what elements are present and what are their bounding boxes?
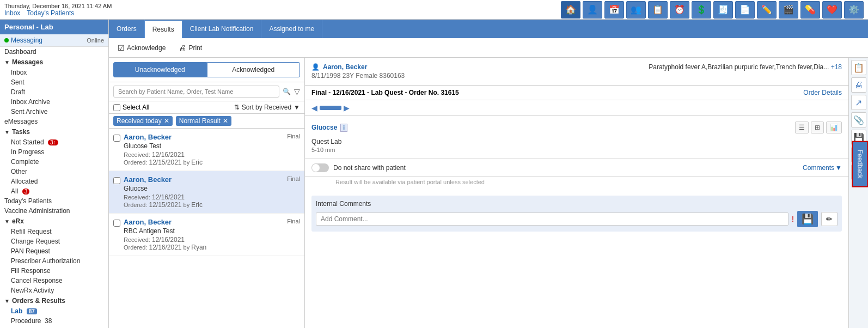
sidebar-attach-icon[interactable]: 📎: [851, 112, 866, 127]
select-all[interactable]: Select All: [113, 104, 149, 111]
print-button[interactable]: 🖨 Print: [175, 42, 205, 53]
slider-left-arrow[interactable]: ◀: [311, 104, 317, 112]
slider-tab[interactable]: [320, 106, 341, 110]
rx-icon[interactable]: 💊: [800, 1, 820, 19]
test-info-icon[interactable]: i: [340, 124, 347, 132]
sidebar-item-vaccine[interactable]: Vaccine Administration: [0, 206, 108, 216]
test-chart-view-btn[interactable]: 📊: [826, 122, 842, 133]
sidebar-copy-icon[interactable]: 📋: [851, 60, 866, 75]
feedback-button[interactable]: Feedback: [852, 141, 868, 187]
sidebar-item-procedure[interactable]: Procedure 38: [0, 316, 108, 326]
test-grid-view-btn[interactable]: ⊞: [811, 122, 824, 133]
sidebar-messaging: Messaging Online: [0, 34, 108, 47]
result-item-selected[interactable]: Aaron, Becker Final Gluocse Received: 12…: [109, 171, 304, 214]
result-checkbox-3[interactable]: [113, 220, 120, 227]
group-icon[interactable]: 👥: [626, 1, 646, 19]
sidebar-item-fill[interactable]: Fill Response: [0, 266, 108, 276]
sidebar-item-change[interactable]: Change Request: [0, 236, 108, 246]
left-panel: Unacknowledged Acknowledged 🔍 ▽ Select A…: [109, 58, 305, 328]
sidebar-item-prescriber[interactable]: Prescriber Authorization: [0, 256, 108, 266]
messaging-label[interactable]: Messaging: [4, 37, 42, 44]
test-actions: ☰ ⊞ 📊: [795, 122, 842, 133]
nav-todays-patients[interactable]: Today's Patients: [27, 9, 74, 17]
sidebar-item-in-progress[interactable]: In Progress: [0, 147, 108, 157]
result-checkbox-1[interactable]: [113, 135, 120, 142]
conditions-more-link[interactable]: +18: [831, 63, 842, 71]
result-header-2: Aaron, Becker Final: [124, 175, 300, 184]
acknowledge-button[interactable]: ☑ Acknowledge: [114, 42, 169, 53]
alarm-icon[interactable]: ⏰: [670, 1, 689, 19]
gear-icon[interactable]: ⚙️: [844, 1, 864, 19]
comment-input[interactable]: [316, 212, 788, 226]
sidebar-item-emessages[interactable]: eMessages: [0, 117, 108, 126]
sort-button[interactable]: ⇅ Sort by Received ▼: [234, 104, 300, 111]
clipboard-icon[interactable]: 📋: [648, 1, 668, 19]
sidebar-item-allocated[interactable]: Allocated: [0, 177, 108, 186]
slider-right-arrow[interactable]: ▶: [344, 104, 350, 112]
pen-icon[interactable]: ✏️: [757, 1, 777, 19]
test-list-view-btn[interactable]: ☰: [795, 122, 809, 133]
sidebar-item-not-started[interactable]: Not Started 3↑: [0, 137, 108, 147]
sidebar-item-draft[interactable]: Draft: [0, 87, 108, 97]
filter-icon[interactable]: ▽: [294, 87, 300, 96]
result-item[interactable]: Aaron, Becker Final Glucose Test Receive…: [109, 129, 304, 171]
sidebar: Personal - Lab Messaging Online Dashboar…: [0, 20, 109, 328]
sidebar-share-icon[interactable]: ↗: [851, 95, 866, 110]
select-all-checkbox[interactable]: [113, 104, 120, 111]
sidebar-section-tasks[interactable]: ▼ Tasks: [0, 126, 108, 137]
calendar-icon[interactable]: 📅: [604, 1, 624, 19]
order-details-link[interactable]: Order Details: [803, 89, 842, 96]
tab-assigned[interactable]: Assigned to me: [261, 20, 322, 38]
print-icon: 🖨: [179, 44, 186, 52]
tab-orders[interactable]: Orders: [109, 20, 145, 38]
unacknowledged-filter-btn[interactable]: Unacknowledged: [113, 62, 207, 77]
test-source: Quest Lab: [311, 138, 842, 145]
result-checkbox-2[interactable]: [113, 177, 120, 184]
tab-results[interactable]: Results: [145, 20, 182, 38]
do-not-share-toggle[interactable]: [311, 163, 329, 172]
sidebar-print-icon[interactable]: 🖨: [851, 77, 866, 93]
sidebar-section-messages[interactable]: ▼ Messages: [0, 57, 108, 68]
sidebar-item-lab[interactable]: Lab 87: [0, 306, 108, 316]
sidebar-item-complete[interactable]: Complete: [0, 157, 108, 167]
receipt-icon[interactable]: 🧾: [713, 1, 733, 19]
person-icon[interactable]: 👤: [583, 1, 602, 19]
sidebar-item-inbox[interactable]: Inbox: [0, 68, 108, 77]
result-test-1: Glucose Test: [124, 142, 300, 150]
sidebar-item-dashboard[interactable]: Dashboard: [0, 47, 108, 57]
comments-button[interactable]: Comments ▼: [803, 164, 842, 172]
sidebar-item-sent[interactable]: Sent: [0, 77, 108, 87]
remove-normal-result-filter[interactable]: ✕: [223, 117, 228, 125]
search-icon[interactable]: 🔍: [283, 88, 291, 95]
result-item-3[interactable]: Aaron, Becker Final RBC Antigen Test Rec…: [109, 214, 304, 256]
remove-received-today-filter[interactable]: ✕: [164, 117, 169, 125]
sidebar-item-radiology[interactable]: Radiology 26: [0, 326, 108, 328]
tab-client-lab[interactable]: Client Lab Notification: [182, 20, 262, 38]
result-meta-1: Received: 12/16/2021 Ordered: 12/15/2021…: [124, 151, 300, 166]
dollar-icon[interactable]: 💲: [692, 1, 711, 19]
nav-inbox[interactable]: Inbox: [4, 9, 20, 17]
home-icon[interactable]: 🏠: [561, 1, 580, 19]
document-icon[interactable]: 📄: [735, 1, 755, 19]
toolbar: ☑ Acknowledge 🖨 Print: [109, 38, 868, 58]
result-content-2: Aaron, Becker Final Gluocse Received: 12…: [124, 175, 300, 209]
heart-icon[interactable]: ❤️: [822, 1, 842, 19]
sidebar-item-inbox-archive[interactable]: Inbox Archive: [0, 97, 108, 107]
sidebar-section-orders[interactable]: ▼ Orders & Results: [0, 295, 108, 306]
comment-save-button[interactable]: 💾: [797, 211, 818, 227]
sidebar-item-pan[interactable]: PAN Request: [0, 246, 108, 256]
acknowledged-filter-btn[interactable]: Acknowledged: [207, 62, 301, 77]
sidebar-item-todays-patients[interactable]: Today's Patients: [0, 196, 108, 206]
sidebar-item-cancel[interactable]: Cancel Response: [0, 276, 108, 286]
sidebar-item-newrx[interactable]: NewRx Activity: [0, 286, 108, 295]
film-icon[interactable]: 🎬: [779, 1, 798, 19]
sidebar-item-all[interactable]: All 3: [0, 186, 108, 196]
acknowledge-icon: ☑: [118, 44, 125, 52]
sidebar-item-sent-archive[interactable]: Sent Archive: [0, 107, 108, 117]
sidebar-section-erx[interactable]: ▼ eRx: [0, 216, 108, 227]
sidebar-item-refill[interactable]: Refill Request: [0, 227, 108, 236]
sidebar-item-other[interactable]: Other: [0, 167, 108, 177]
result-name-3: Aaron, Becker: [124, 218, 172, 226]
search-input[interactable]: [113, 86, 279, 98]
comment-edit-button[interactable]: ✏: [821, 212, 838, 226]
